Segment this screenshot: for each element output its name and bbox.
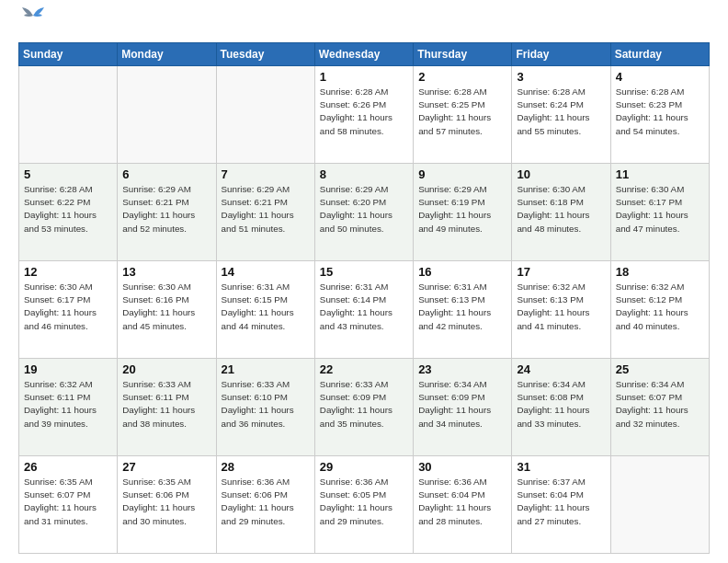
day-cell: 23Sunrise: 6:34 AMSunset: 6:09 PMDayligh… [414,359,512,456]
day-cell: 30Sunrise: 6:36 AMSunset: 6:04 PMDayligh… [414,456,512,554]
day-number: 22 [320,362,408,376]
day-number: 12 [24,265,112,279]
day-cell: 28Sunrise: 6:36 AMSunset: 6:06 PMDayligh… [216,456,314,554]
logo-bird-icon [20,6,46,25]
day-number: 21 [222,362,310,376]
logo [18,15,46,33]
day-info: Sunrise: 6:36 AMSunset: 6:05 PMDaylight:… [320,476,408,528]
day-cell: 3Sunrise: 6:28 AMSunset: 6:24 PMDaylight… [512,66,610,164]
day-cell: 12Sunrise: 6:30 AMSunset: 6:17 PMDayligh… [19,261,118,359]
day-cell: 18Sunrise: 6:32 AMSunset: 6:12 PMDayligh… [610,261,709,359]
day-info: Sunrise: 6:33 AMSunset: 6:11 PMDaylight:… [122,378,210,431]
day-cell: 14Sunrise: 6:31 AMSunset: 6:15 PMDayligh… [216,261,314,359]
day-number: 4 [616,70,704,84]
day-cell: 1Sunrise: 6:28 AMSunset: 6:26 PMDaylight… [314,66,413,164]
day-cell: 20Sunrise: 6:33 AMSunset: 6:11 PMDayligh… [118,359,216,456]
day-number: 7 [222,167,310,181]
day-info: Sunrise: 6:30 AMSunset: 6:16 PMDaylight:… [122,281,210,333]
day-number: 10 [517,167,605,181]
weekday-header-row: SundayMondayTuesdayWednesdayThursdayFrid… [19,43,710,66]
day-info: Sunrise: 6:30 AMSunset: 6:17 PMDaylight:… [24,281,112,333]
day-info: Sunrise: 6:31 AMSunset: 6:15 PMDaylight:… [222,281,310,333]
week-row-5: 26Sunrise: 6:35 AMSunset: 6:07 PMDayligh… [19,456,710,554]
day-info: Sunrise: 6:36 AMSunset: 6:04 PMDaylight:… [418,476,506,528]
day-cell: 16Sunrise: 6:31 AMSunset: 6:13 PMDayligh… [414,261,512,359]
day-cell: 19Sunrise: 6:32 AMSunset: 6:11 PMDayligh… [19,359,118,456]
weekday-header-wednesday: Wednesday [314,43,413,66]
day-cell: 15Sunrise: 6:31 AMSunset: 6:14 PMDayligh… [314,261,413,359]
day-info: Sunrise: 6:28 AMSunset: 6:23 PMDaylight:… [616,86,704,138]
day-info: Sunrise: 6:29 AMSunset: 6:20 PMDaylight:… [320,183,408,236]
day-number: 2 [418,70,506,84]
day-info: Sunrise: 6:35 AMSunset: 6:07 PMDaylight:… [24,476,112,528]
day-number: 25 [616,362,704,376]
day-cell: 17Sunrise: 6:32 AMSunset: 6:13 PMDayligh… [512,261,610,359]
day-number: 11 [616,167,704,181]
day-cell: 21Sunrise: 6:33 AMSunset: 6:10 PMDayligh… [216,359,314,456]
day-info: Sunrise: 6:32 AMSunset: 6:11 PMDaylight:… [24,378,112,431]
day-number: 5 [24,167,112,181]
day-cell [19,66,118,164]
day-info: Sunrise: 6:28 AMSunset: 6:22 PMDaylight:… [24,183,112,236]
day-cell: 4Sunrise: 6:28 AMSunset: 6:23 PMDaylight… [610,66,709,164]
day-info: Sunrise: 6:37 AMSunset: 6:04 PMDaylight:… [517,476,605,528]
day-cell [610,456,709,554]
day-info: Sunrise: 6:29 AMSunset: 6:19 PMDaylight:… [418,183,506,236]
weekday-header-saturday: Saturday [610,43,709,66]
day-info: Sunrise: 6:32 AMSunset: 6:12 PMDaylight:… [616,281,704,333]
day-cell: 5Sunrise: 6:28 AMSunset: 6:22 PMDaylight… [19,164,118,261]
day-info: Sunrise: 6:33 AMSunset: 6:09 PMDaylight:… [320,378,408,431]
day-cell: 13Sunrise: 6:30 AMSunset: 6:16 PMDayligh… [118,261,216,359]
day-info: Sunrise: 6:31 AMSunset: 6:13 PMDaylight:… [418,281,506,333]
day-number: 26 [24,460,112,474]
day-info: Sunrise: 6:29 AMSunset: 6:21 PMDaylight:… [122,183,210,236]
day-number: 14 [222,265,310,279]
day-number: 30 [418,460,506,474]
day-number: 13 [122,265,210,279]
day-info: Sunrise: 6:35 AMSunset: 6:06 PMDaylight:… [122,476,210,528]
day-info: Sunrise: 6:36 AMSunset: 6:06 PMDaylight:… [222,476,310,528]
day-cell: 27Sunrise: 6:35 AMSunset: 6:06 PMDayligh… [118,456,216,554]
day-number: 3 [517,70,605,84]
week-row-4: 19Sunrise: 6:32 AMSunset: 6:11 PMDayligh… [19,359,710,456]
weekday-header-sunday: Sunday [19,43,118,66]
weekday-header-friday: Friday [512,43,610,66]
weekday-header-tuesday: Tuesday [216,43,314,66]
day-cell: 8Sunrise: 6:29 AMSunset: 6:20 PMDaylight… [314,164,413,261]
day-info: Sunrise: 6:28 AMSunset: 6:25 PMDaylight:… [418,86,506,138]
day-info: Sunrise: 6:32 AMSunset: 6:13 PMDaylight:… [517,281,605,333]
calendar-table: SundayMondayTuesdayWednesdayThursdayFrid… [18,42,710,554]
day-info: Sunrise: 6:28 AMSunset: 6:26 PMDaylight:… [320,86,408,138]
day-info: Sunrise: 6:33 AMSunset: 6:10 PMDaylight:… [222,378,310,431]
day-info: Sunrise: 6:30 AMSunset: 6:18 PMDaylight:… [517,183,605,236]
day-info: Sunrise: 6:34 AMSunset: 6:09 PMDaylight:… [418,378,506,431]
day-info: Sunrise: 6:30 AMSunset: 6:17 PMDaylight:… [616,183,704,236]
day-info: Sunrise: 6:34 AMSunset: 6:07 PMDaylight:… [616,378,704,431]
day-number: 15 [320,265,408,279]
day-info: Sunrise: 6:34 AMSunset: 6:08 PMDaylight:… [517,378,605,431]
day-number: 18 [616,265,704,279]
week-row-1: 1Sunrise: 6:28 AMSunset: 6:26 PMDaylight… [19,66,710,164]
day-number: 20 [122,362,210,376]
day-cell: 2Sunrise: 6:28 AMSunset: 6:25 PMDaylight… [414,66,512,164]
day-cell [216,66,314,164]
day-number: 29 [320,460,408,474]
day-cell: 25Sunrise: 6:34 AMSunset: 6:07 PMDayligh… [610,359,709,456]
day-number: 6 [122,167,210,181]
day-number: 16 [418,265,506,279]
page: SundayMondayTuesdayWednesdayThursdayFrid… [0,0,728,563]
day-cell: 24Sunrise: 6:34 AMSunset: 6:08 PMDayligh… [512,359,610,456]
day-cell: 22Sunrise: 6:33 AMSunset: 6:09 PMDayligh… [314,359,413,456]
day-cell: 6Sunrise: 6:29 AMSunset: 6:21 PMDaylight… [118,164,216,261]
day-cell: 11Sunrise: 6:30 AMSunset: 6:17 PMDayligh… [610,164,709,261]
day-cell: 10Sunrise: 6:30 AMSunset: 6:18 PMDayligh… [512,164,610,261]
day-number: 19 [24,362,112,376]
day-cell: 31Sunrise: 6:37 AMSunset: 6:04 PMDayligh… [512,456,610,554]
week-row-3: 12Sunrise: 6:30 AMSunset: 6:17 PMDayligh… [19,261,710,359]
day-number: 1 [320,70,408,84]
day-info: Sunrise: 6:29 AMSunset: 6:21 PMDaylight:… [222,183,310,236]
day-number: 27 [122,460,210,474]
day-info: Sunrise: 6:31 AMSunset: 6:14 PMDaylight:… [320,281,408,333]
day-cell: 29Sunrise: 6:36 AMSunset: 6:05 PMDayligh… [314,456,413,554]
weekday-header-thursday: Thursday [414,43,512,66]
